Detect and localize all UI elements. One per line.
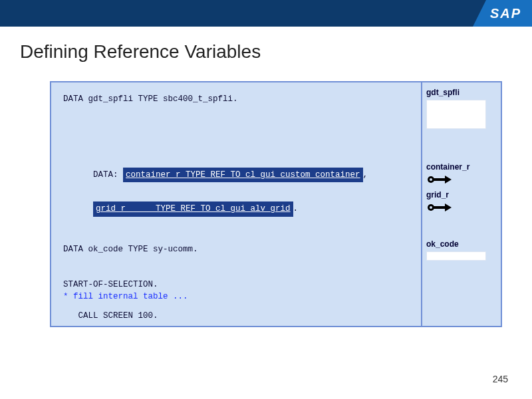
code-line-comment: * fill internal table ... <box>63 291 414 303</box>
code-data-keyword: DATA: <box>93 170 118 180</box>
code-line-grid: grid_r TYPE REF TO cl_gui_alv_grid. <box>63 201 414 217</box>
code-pane: DATA gdt_spfli TYPE sbc400_t_spfli. DATA… <box>51 82 421 326</box>
var-group-container-r: container_r <box>426 162 497 185</box>
var-group-ok-code: ok_code <box>426 239 497 261</box>
key-arrow-icon <box>426 174 497 185</box>
svg-point-3 <box>430 178 432 181</box>
var-box-gdt-spfli <box>426 100 486 129</box>
sap-logo-text: SAP <box>486 0 532 27</box>
svg-marker-2 <box>445 176 452 184</box>
top-bar: SAP <box>0 0 532 27</box>
svg-marker-6 <box>445 203 452 211</box>
key-arrow-icon <box>426 202 497 213</box>
var-label-grid-r: grid_r <box>426 190 497 200</box>
svg-point-7 <box>430 206 432 209</box>
var-label-ok-code: ok_code <box>426 239 497 249</box>
code-line-data-block: DATA: container_r TYPE REF TO cl_gui_cus… <box>63 155 414 195</box>
code-line-okcode: DATA ok_code TYPE sy-ucomm. <box>63 243 414 256</box>
sap-logo: SAP <box>473 0 532 27</box>
slide-title: Defining Reference Variables <box>20 41 532 63</box>
var-group-gdt-spfli: gdt_spfli <box>426 88 497 129</box>
code-panel: DATA gdt_spfli TYPE sbc400_t_spfli. DATA… <box>50 81 502 327</box>
var-group-grid-r: grid_r <box>426 190 497 213</box>
code-comma: , <box>363 170 368 180</box>
var-box-ok-code <box>426 251 486 261</box>
code-line-call: CALL SCREEN 100. <box>63 310 414 323</box>
var-label-container-r: container_r <box>426 162 497 172</box>
svg-rect-1 <box>433 178 445 181</box>
code-period: . <box>293 204 299 213</box>
page-number: 245 <box>493 374 508 384</box>
code-line-start: START-OF-SELECTION. <box>63 279 414 291</box>
code-line-1: DATA gdt_spfli TYPE sbc400_t_spfli. <box>63 93 414 106</box>
code-highlight-container: container_r TYPE REF TO cl_gui_custom_co… <box>123 168 363 183</box>
var-label-gdt-spfli: gdt_spfli <box>426 88 497 97</box>
variable-side-panel: gdt_spfli container_r grid_r <box>421 82 501 326</box>
code-highlight-grid: grid_r TYPE REF TO cl_gui_alv_grid <box>93 201 293 217</box>
svg-rect-5 <box>433 206 445 209</box>
